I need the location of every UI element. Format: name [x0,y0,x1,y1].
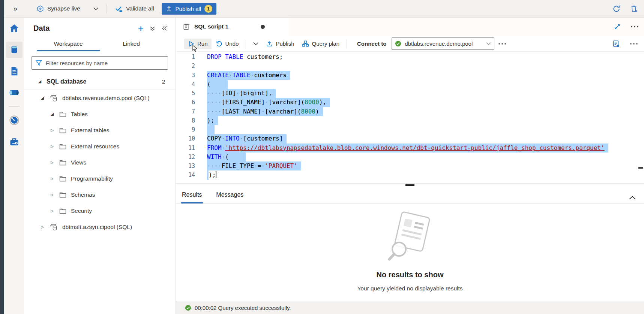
collapsed-triangle-icon[interactable]: ▷ [49,144,55,148]
code-line[interactable]: 2 [176,61,644,70]
unsaved-changes-dot [261,25,265,29]
tree-item-security[interactable]: ▷ Security [24,203,176,219]
folder-icon [59,176,66,182]
publish-button[interactable]: Publish [262,39,298,49]
code-line[interactable]: 10COPY·INTO·[customers] [176,134,644,143]
collapse-results-icon[interactable] [629,196,636,200]
properties-icon[interactable] [612,40,620,48]
code-line[interactable]: 9 [176,125,644,134]
code-line[interactable]: 11FROM·'https://dbtlabsynapsedatalake.bl… [176,144,644,153]
filter-input[interactable] [45,60,165,67]
tab-title: SQL script 1 [194,23,228,30]
upload-icon [166,6,172,12]
collapsed-triangle-icon[interactable]: ▷ [49,128,55,132]
collapsed-triangle-icon[interactable]: ▷ [39,225,45,229]
tree-item-schemas[interactable]: ▷ Schemas [24,187,176,203]
collapsed-triangle-icon[interactable]: ▷ [49,193,55,197]
tree-item-external-tables[interactable]: ▷ External tables [24,122,176,138]
refresh-icon[interactable] [612,4,621,13]
nav-integrate-button[interactable] [6,84,23,101]
folder-icon [59,127,66,133]
expand-editor-icon[interactable] [614,23,621,30]
line-number: 13 [176,161,199,170]
run-options-chevron[interactable] [249,40,262,47]
tab-linked[interactable]: Linked [100,37,163,51]
sql-script-icon [183,23,190,31]
tab-messages[interactable]: Messages [215,191,245,203]
code-line[interactable]: 14); [176,170,644,179]
code-line[interactable]: 6····[FIRST_NAME]·[varchar](8000), [176,98,644,107]
sql-editor-pane: SQL script 1 Run Undo [176,17,644,314]
code-line-content: ····[FIRST_NAME]·[varchar](8000), [199,98,330,107]
query-plan-icon [302,40,309,47]
code-line[interactable]: 7····[LAST_NAME]·[varchar](8000) [176,107,644,116]
nav-manage-button[interactable] [6,133,23,150]
publish-all-button[interactable]: Publish all 1 [162,3,216,15]
code-line-content [199,61,207,70]
line-number: 1 [176,52,199,61]
code-line-content: ····[LAST_NAME]·[varchar](8000) [199,107,323,116]
tab-workspace[interactable]: Workspace [37,37,100,51]
tree-item-external-resources[interactable]: ▷ External resources [24,138,176,154]
expanded-triangle-icon[interactable]: ◢ [39,96,45,100]
tab-sql-script-1[interactable]: SQL script 1 [176,17,289,36]
undo-icon [215,40,222,47]
filter-box[interactable] [32,56,168,70]
nav-develop-button[interactable] [6,63,23,79]
validate-all-label: Validate all [126,5,154,12]
collapsed-triangle-icon[interactable]: ▷ [49,176,55,181]
divider [347,39,347,48]
tree-item-programmability[interactable]: ▷ Programmability [24,170,176,187]
folder-icon [59,111,66,117]
code-line-content: ( [199,80,228,89]
document-icon [9,66,20,77]
tree-item-pool-1[interactable]: ◢ dbtlabs.revenue.demo.pool (SQL) [24,90,176,106]
chevron-down-icon [486,42,491,45]
expanded-triangle-icon[interactable]: ◢ [37,79,43,84]
add-resource-button[interactable]: + [138,25,144,32]
code-line-content: COPY·INTO·[customers] [199,134,287,143]
chevron-down-icon [93,7,98,10]
collapse-panel-icon[interactable] [161,25,167,31]
collapse-all-icon[interactable] [150,25,155,31]
tab-results[interactable]: Results [181,191,203,203]
undo-button[interactable]: Undo [212,38,243,49]
pipeline-icon [9,88,20,97]
code-line[interactable]: 8); [176,116,644,125]
tree-item-pool-2[interactable]: ▷ dbtmsft.azsyn.cipool (SQL) [24,219,176,235]
code-line[interactable]: 12WITH·( [176,153,644,161]
tree-item-tables[interactable]: ◢ Tables [24,106,176,122]
tree-item-sql-database[interactable]: ◢ SQL database 2 [24,73,176,90]
validate-all-button[interactable]: Validate all [115,5,154,12]
expand-left-nav-icon[interactable]: » [14,5,17,13]
nav-data-button[interactable] [6,42,23,58]
status-message: 00:00:02 Query executed successfully. [195,305,291,311]
code-line[interactable]: 5····[ID]·[bigint], [176,89,644,98]
synapse-logo-icon [37,5,44,12]
pane-more-actions-icon[interactable] [630,43,638,45]
run-button[interactable]: Run [184,39,212,49]
query-plan-button[interactable]: Query plan [298,38,343,49]
code-line[interactable]: 3CREATE·TABLE·customers [176,71,644,80]
tab-more-actions-icon[interactable] [630,25,639,28]
connect-to-dropdown[interactable]: dbtlabs.revenue.demo.pool [392,37,494,50]
code-line[interactable]: 1DROP TABLE customers; [176,52,644,61]
toolbar-more-actions-icon[interactable] [494,41,510,47]
line-number: 14 [176,170,199,179]
splitter-grip[interactable] [405,184,414,186]
editor-toolbar: Run Undo Publish Query plan Connect to [176,36,644,52]
no-results-illustration [382,211,438,266]
synapse-studio-app: » Synapse live Validate all Publish all … [0,0,644,314]
branch-selector[interactable]: Synapse live [37,5,98,12]
expanded-triangle-icon[interactable]: ◢ [49,112,55,117]
discard-trash-icon[interactable] [630,4,638,13]
code-line[interactable]: 13····FILE_TYPE·=·'PARQUET' [176,161,644,170]
tree-item-views[interactable]: ▷ Views [24,154,176,170]
nav-monitor-button[interactable] [6,112,23,129]
collapsed-triangle-icon[interactable]: ▷ [49,209,55,213]
code-line[interactable]: 4( [176,80,644,89]
code-editor[interactable]: 1DROP TABLE customers;23CREATE·TABLE·cus… [176,51,644,184]
collapsed-triangle-icon[interactable]: ▷ [49,160,55,164]
nav-home-button[interactable] [6,20,23,37]
sidebar-tabs: Workspace Linked [24,37,176,51]
